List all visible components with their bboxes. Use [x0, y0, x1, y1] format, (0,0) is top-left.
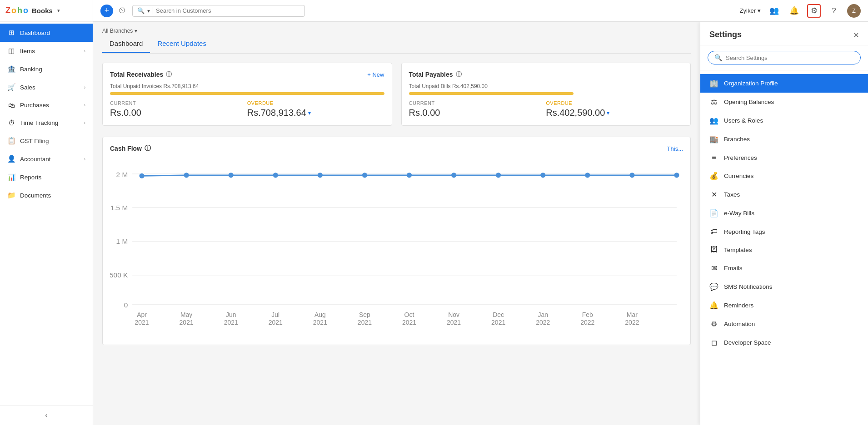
reporting-tags-icon: 🏷 — [709, 227, 718, 236]
settings-item-branches[interactable]: 🏬 Branches — [700, 130, 868, 148]
automation-icon: ⚙ — [709, 320, 718, 328]
eway-bills-icon: 📄 — [709, 209, 718, 217]
help-button[interactable]: ? — [827, 4, 841, 18]
tab-dashboard[interactable]: Dashboard — [102, 36, 150, 53]
sidebar-item-dashboard[interactable]: ⊞ Dashboard — [0, 24, 93, 42]
sidebar-item-accountant[interactable]: 👤 Accountant › — [0, 150, 93, 168]
purchases-icon: 🛍 — [7, 101, 15, 109]
sidebar-item-purchases[interactable]: 🛍 Purchases › — [0, 96, 93, 114]
users-roles-icon: 👥 — [709, 116, 718, 125]
svg-point-17 — [451, 173, 456, 178]
settings-label-opening-balances: Opening Balances — [724, 99, 774, 105]
svg-text:2022: 2022 — [580, 319, 594, 326]
branches-chevron-icon: ▾ — [135, 28, 137, 34]
sidebar-item-sales[interactable]: 🛒 Sales › — [0, 78, 93, 96]
cashflow-period-link[interactable]: This... — [667, 145, 683, 152]
cashflow-info-icon[interactable]: ⓘ — [145, 144, 151, 153]
receivables-overdue-chevron-icon[interactable]: ▾ — [308, 110, 311, 116]
sidebar-item-reports[interactable]: 📊 Reports — [0, 168, 93, 186]
payables-current-label: CURRENT — [409, 100, 546, 106]
settings-item-reminders[interactable]: 🔔 Reminders — [700, 296, 868, 315]
search-divider — [153, 7, 153, 15]
notification-button[interactable]: 🔔 — [787, 4, 801, 18]
search-bar[interactable]: 🔍 ▾ — [132, 5, 305, 17]
app-chevron-icon[interactable]: ▾ — [57, 8, 60, 14]
payables-title: Total Payables ⓘ — [409, 70, 462, 79]
cashflow-header: Cash Flow ⓘ This... — [110, 144, 683, 153]
sidebar-item-items[interactable]: ◫ Items › — [0, 42, 93, 60]
svg-text:2021: 2021 — [447, 319, 461, 326]
taxes-icon: ✕ — [709, 190, 718, 199]
receivables-info-icon[interactable]: ⓘ — [166, 70, 172, 79]
settings-label-emails: Emails — [724, 265, 743, 272]
gst-filing-icon: 📋 — [7, 137, 15, 145]
items-icon: ◫ — [7, 47, 15, 55]
sidebar-item-time-tracking[interactable]: ⏱ Time Tracking › — [0, 114, 93, 132]
settings-item-opening-balances[interactable]: ⚖ Opening Balances — [700, 93, 868, 111]
svg-text:2021: 2021 — [269, 319, 283, 326]
svg-text:1 M: 1 M — [116, 237, 128, 245]
search-dropdown[interactable]: ▾ — [147, 8, 150, 14]
svg-text:0: 0 — [124, 301, 128, 309]
search-dropdown-label: ▾ — [147, 8, 150, 14]
user-menu[interactable]: Zylker ▾ — [740, 7, 761, 14]
settings-label-automation: Automation — [724, 321, 755, 327]
sidebar: Zoho Books ▾ ⊞ Dashboard ◫ Items › 🏦 Ban… — [0, 0, 93, 425]
settings-item-templates[interactable]: 🖼 Templates — [700, 241, 868, 259]
avatar[interactable]: Z — [847, 4, 861, 18]
search-input[interactable] — [156, 7, 300, 14]
svg-point-19 — [540, 173, 545, 178]
currencies-icon: 💰 — [709, 172, 718, 180]
payables-current-value: Rs.0.00 — [409, 108, 546, 118]
settings-item-reporting-tags[interactable]: 🏷 Reporting Tags — [700, 222, 868, 241]
sidebar-label-reports: Reports — [20, 174, 41, 181]
settings-item-emails[interactable]: ✉ Emails — [700, 259, 868, 277]
svg-text:2022: 2022 — [625, 319, 639, 326]
settings-header: Settings × — [700, 22, 868, 45]
branches-icon: 🏬 — [709, 135, 718, 143]
dashboard-icon: ⊞ — [7, 29, 15, 37]
sidebar-item-documents[interactable]: 📁 Documents — [0, 186, 93, 204]
settings-label-reporting-tags: Reporting Tags — [724, 228, 765, 235]
settings-search-box[interactable]: 🔍 — [708, 51, 861, 64]
app-logo[interactable]: Zoho Books ▾ — [0, 0, 93, 22]
new-receivable-button[interactable]: + New — [367, 71, 384, 78]
svg-point-14 — [318, 173, 323, 178]
reports-icon: 📊 — [7, 173, 15, 181]
receivables-current-label: CURRENT — [110, 100, 247, 106]
add-button[interactable]: + — [100, 5, 113, 17]
svg-text:2022: 2022 — [536, 319, 550, 326]
cashflow-card: Cash Flow ⓘ This... 2 M 1.5 M 1 M 500 K … — [102, 137, 691, 345]
tab-recent-updates[interactable]: Recent Updates — [150, 36, 214, 53]
svg-text:2021: 2021 — [224, 319, 238, 326]
settings-item-developer-space[interactable]: ◻ Developer Space — [700, 333, 868, 352]
branches-selector[interactable]: All Branches ▾ — [102, 28, 137, 34]
sidebar-item-gst-filing[interactable]: 📋 GST Filing — [0, 132, 93, 150]
settings-item-currencies[interactable]: 💰 Currencies — [700, 167, 868, 185]
settings-item-org-profile[interactable]: 🏢 Organization Profile — [700, 74, 868, 93]
sidebar-collapse-button[interactable]: ‹ — [45, 411, 47, 420]
svg-point-15 — [362, 173, 367, 178]
settings-button[interactable]: ⚙ — [807, 4, 821, 18]
history-button[interactable]: ⏲ — [119, 6, 127, 15]
settings-item-users-roles[interactable]: 👥 Users & Roles — [700, 111, 868, 130]
payables-info-icon[interactable]: ⓘ — [456, 70, 462, 79]
svg-point-12 — [229, 173, 234, 178]
payables-overdue-label: OVERDUE — [546, 100, 683, 106]
svg-point-10 — [139, 173, 144, 178]
team-button[interactable]: 👥 — [767, 4, 781, 18]
settings-item-eway-bills[interactable]: 📄 e-Way Bills — [700, 204, 868, 222]
settings-item-sms-notifications[interactable]: 💬 SMS Notifications — [700, 277, 868, 296]
settings-nav: 🏢 Organization Profile ⚖ Opening Balance… — [700, 70, 868, 425]
dashboard-content: Total Receivables ⓘ + New Total Unpaid I… — [93, 54, 700, 354]
sidebar-item-banking[interactable]: 🏦 Banking — [0, 60, 93, 78]
receivables-current-value: Rs.0.00 — [110, 108, 247, 118]
settings-search-input[interactable] — [726, 54, 854, 61]
settings-item-taxes[interactable]: ✕ Taxes — [700, 185, 868, 204]
settings-item-automation[interactable]: ⚙ Automation — [700, 315, 868, 333]
payables-overdue-chevron-icon[interactable]: ▾ — [607, 110, 609, 116]
settings-label-eway-bills: e-Way Bills — [724, 210, 754, 217]
settings-close-button[interactable]: × — [853, 30, 859, 40]
settings-item-preferences[interactable]: ≡ Preferences — [700, 148, 868, 167]
svg-point-13 — [273, 173, 278, 178]
